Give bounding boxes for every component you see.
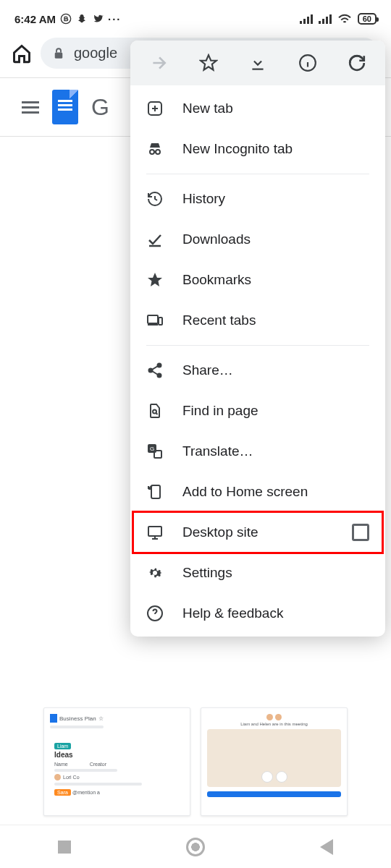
incognito-icon	[146, 140, 164, 158]
share-icon	[146, 362, 164, 379]
avatar-icon	[275, 714, 282, 720]
svg-rect-4	[311, 14, 313, 24]
svg-text:G: G	[150, 446, 154, 452]
find-in-page-icon	[146, 402, 164, 420]
history-icon	[146, 190, 164, 208]
url-text: google	[74, 45, 117, 61]
status-time: 6:42 AM	[14, 13, 56, 25]
menu-label: Downloads	[182, 231, 251, 247]
menu-item-share[interactable]: Share…	[130, 350, 385, 391]
menu-label: Translate…	[182, 443, 253, 459]
menu-top-actions	[130, 41, 385, 85]
meet-preview-card: Liam and Helen are in this meeting	[201, 707, 348, 816]
svg-point-13	[156, 150, 160, 154]
svg-rect-24	[148, 527, 161, 536]
svg-rect-6	[322, 19, 324, 24]
wifi-icon	[337, 13, 352, 25]
svg-rect-5	[319, 21, 321, 24]
meet-control-icon	[261, 771, 273, 783]
reload-button[interactable]	[348, 54, 366, 72]
brand-text: G	[91, 94, 109, 121]
svg-rect-3	[307, 17, 309, 24]
download-button[interactable]	[248, 54, 267, 72]
status-left: 6:42 AM ···	[14, 13, 121, 25]
tiny-docs-icon	[50, 714, 57, 723]
menu-item-desktop-site[interactable]: Desktop site	[130, 512, 385, 553]
system-nav-bar	[0, 825, 391, 868]
preview-area: Business Plan ☆ Liam Ideas NameCreator L…	[0, 707, 391, 816]
star-icon	[146, 271, 164, 289]
menu-item-settings[interactable]: Settings	[130, 553, 385, 593]
menu-label: Find in page	[182, 403, 258, 419]
plus-box-icon	[146, 100, 164, 117]
ideas-label: Ideas	[54, 751, 73, 759]
svg-rect-9	[55, 52, 63, 58]
menu-label: Bookmarks	[182, 272, 251, 288]
menu-item-incognito[interactable]: New Incognito tab	[130, 129, 385, 169]
svg-rect-15	[159, 318, 162, 325]
home-nav-button[interactable]	[186, 838, 205, 856]
menu-label: Settings	[182, 565, 232, 581]
menu-item-find[interactable]: Find in page	[130, 391, 385, 431]
signal-1-icon	[300, 14, 313, 24]
notif-b-icon	[60, 13, 72, 25]
back-button[interactable]	[320, 839, 333, 855]
gear-icon	[146, 564, 164, 582]
recent-apps-button[interactable]	[58, 841, 71, 854]
meet-thumbnail	[207, 729, 341, 787]
menu-label: Share…	[182, 362, 233, 378]
svg-rect-8	[329, 14, 332, 24]
svg-rect-2	[303, 19, 306, 24]
docs-logo-icon	[52, 90, 78, 124]
menu-item-translate[interactable]: G Translate…	[130, 431, 385, 472]
svg-point-12	[150, 150, 154, 154]
menu-label: New tab	[182, 101, 233, 116]
doc-preview-card: Business Plan ☆ Liam Ideas NameCreator L…	[43, 707, 190, 816]
check-underline-icon	[146, 231, 164, 248]
menu-item-help[interactable]: Help & feedback	[130, 593, 385, 634]
forward-button[interactable]	[149, 54, 168, 72]
snapchat-icon	[76, 13, 88, 25]
menu-label: Recent tabs	[182, 312, 256, 328]
lock-icon	[52, 47, 65, 60]
battery-icon: 60	[358, 13, 377, 25]
menu-label: New Incognito tab	[182, 141, 293, 157]
svg-point-19	[153, 410, 156, 414]
menu-label: Help & feedback	[182, 605, 283, 621]
menu-item-history[interactable]: History	[130, 179, 385, 219]
menu-item-bookmarks[interactable]: Bookmarks	[130, 260, 385, 300]
signal-2-icon	[319, 14, 332, 24]
desktop-icon	[146, 524, 164, 541]
tag-liam: Liam	[54, 743, 71, 749]
svg-rect-7	[326, 17, 328, 24]
info-button[interactable]	[298, 54, 317, 72]
translate-icon: G	[146, 443, 164, 460]
devices-icon	[146, 312, 164, 329]
browser-overflow-menu: New tab New Incognito tab History Downlo…	[130, 41, 385, 637]
status-bar: 6:42 AM ··· 60	[0, 0, 391, 32]
meet-control-icon	[276, 771, 287, 783]
menu-label: Add to Home screen	[182, 484, 308, 500]
avatar-icon	[54, 774, 61, 780]
home-button[interactable]	[12, 43, 33, 64]
menu-item-new-tab[interactable]: New tab	[130, 88, 385, 129]
menu-label: History	[182, 191, 225, 207]
desktop-site-checkbox[interactable]	[352, 524, 369, 541]
help-icon	[146, 605, 164, 622]
svg-rect-23	[151, 485, 160, 498]
more-notifications-icon: ···	[108, 13, 122, 25]
twitter-icon	[92, 13, 104, 25]
bookmark-star-button[interactable]	[199, 54, 218, 72]
menu-icon[interactable]	[22, 98, 39, 116]
tag-sara: Sara	[54, 789, 71, 796]
avatar-icon	[266, 714, 273, 720]
status-right: 60	[300, 13, 377, 25]
add-to-home-icon	[146, 483, 164, 501]
menu-label: Desktop site	[182, 524, 258, 540]
svg-rect-14	[148, 315, 158, 323]
menu-item-downloads[interactable]: Downloads	[130, 219, 385, 260]
menu-item-recent-tabs[interactable]: Recent tabs	[130, 300, 385, 341]
svg-rect-1	[300, 21, 302, 24]
menu-item-add-home[interactable]: Add to Home screen	[130, 472, 385, 512]
